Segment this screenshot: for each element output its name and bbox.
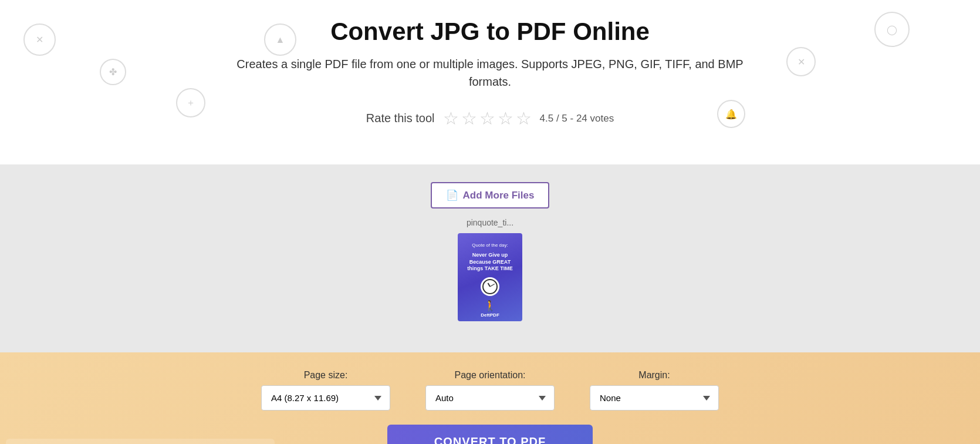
options-row: Page size: A4 (8.27 x 11.69) Letter (8.5…	[12, 370, 968, 411]
deco-circle-3: ＋	[176, 88, 205, 117]
star-2[interactable]: ☆	[461, 108, 477, 129]
clock-icon	[481, 277, 499, 296]
deco-circle-1: ✕	[23, 23, 56, 56]
page-size-select[interactable]: A4 (8.27 x 11.69) Letter (8.5 x 11) Lega…	[261, 385, 390, 411]
page-size-label: Page size:	[304, 370, 348, 381]
margin-label: Margin:	[638, 370, 670, 381]
preview-quote-text: Never Give up Because GREAT things TAKE …	[464, 252, 516, 273]
page-title: Convert JPG to PDF Online	[12, 18, 968, 46]
margin-select[interactable]: None Small Medium Large	[590, 385, 719, 411]
star-4[interactable]: ☆	[498, 108, 513, 129]
add-files-label: Add More Files	[463, 190, 535, 201]
deco-circle-7: 🔔	[717, 100, 745, 128]
deco-circle-2: ✤	[100, 59, 126, 85]
orientation-label: Page orientation:	[455, 370, 526, 381]
deco-circle-6: ▲	[264, 23, 296, 56]
chrome-extension-banner: Install DeftPDF Chrome Extension? Yes, i…	[6, 439, 275, 444]
preview-brand: DeftPDF	[481, 312, 499, 318]
stars-container[interactable]: ☆ ☆ ☆ ☆ ☆	[443, 108, 532, 129]
bottom-section: Page size: A4 (8.27 x 11.69) Letter (8.5…	[0, 352, 980, 444]
star-1[interactable]: ☆	[443, 108, 459, 129]
image-preview: Quote of the day: Never Give up Because …	[458, 233, 522, 321]
orientation-group: Page orientation: Auto Portrait Landscap…	[425, 370, 555, 411]
deco-circle-4: ◯	[874, 12, 910, 47]
add-files-button[interactable]: 📄 Add More Files	[431, 182, 550, 208]
stick-figure-icon: 🚶	[484, 300, 496, 312]
convert-button[interactable]: CONVERT TO PDF	[387, 425, 593, 444]
preview-quote-label: Quote of the day:	[472, 242, 508, 248]
page-subtitle: Creates a single PDF file from one or mu…	[226, 55, 754, 90]
rating-label: Rate this tool	[366, 112, 435, 125]
star-5[interactable]: ☆	[516, 108, 532, 129]
star-3[interactable]: ☆	[479, 108, 495, 129]
margin-group: Margin: None Small Medium Large	[590, 370, 719, 411]
clock-hand-minute	[490, 284, 495, 287]
middle-section: 📄 Add More Files pinquote_ti... Quote of…	[0, 164, 980, 352]
orientation-select[interactable]: Auto Portrait Landscape	[425, 385, 555, 411]
page-size-group: Page size: A4 (8.27 x 11.69) Letter (8.5…	[261, 370, 390, 411]
top-section: ✕ ✤ ＋ ◯ ✕ ▲ 🔔 Convert JPG to PDF Online …	[0, 0, 980, 164]
file-add-icon: 📄	[446, 189, 458, 201]
clock-face	[482, 279, 498, 294]
file-name: pinquote_ti...	[12, 218, 968, 227]
deco-circle-5: ✕	[786, 47, 816, 76]
rating-row: Rate this tool ☆ ☆ ☆ ☆ ☆ 4.5 / 5 - 24 vo…	[12, 108, 968, 129]
rating-info: 4.5 / 5 - 24 votes	[540, 113, 614, 125]
